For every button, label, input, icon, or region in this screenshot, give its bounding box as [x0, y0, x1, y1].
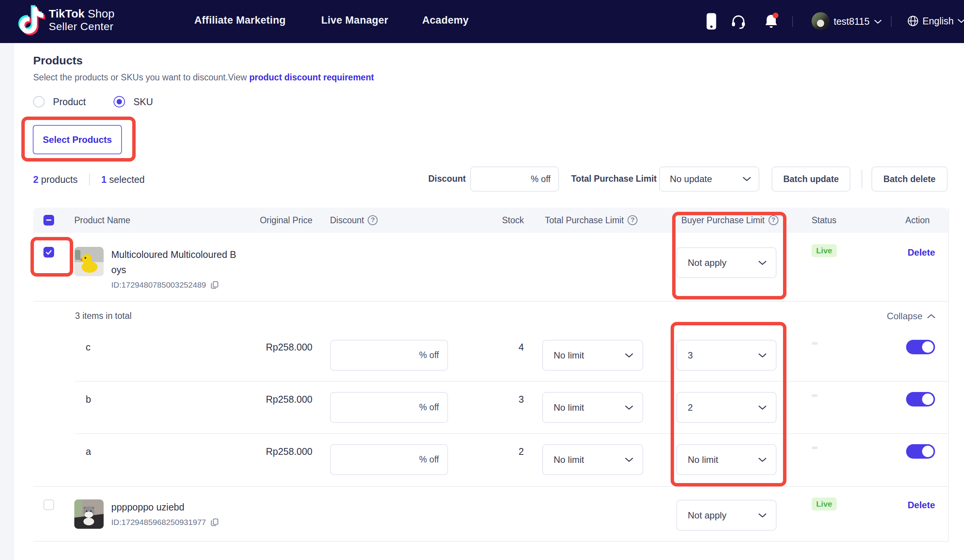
- language-selector[interactable]: English: [907, 15, 964, 27]
- total-purchase-limit-select[interactable]: No update: [659, 166, 759, 192]
- row1-delete-link[interactable]: Delete: [908, 247, 935, 257]
- chevron-down-icon: [758, 405, 767, 410]
- product-id: ID:1729485968250931977: [111, 518, 206, 527]
- page-subtitle: Select the products or SKUs you want to …: [33, 72, 374, 83]
- sku-a-buyer-limit-select[interactable]: No limit: [676, 444, 777, 475]
- nav-live-manager[interactable]: Live Manager: [321, 15, 388, 26]
- product-name: ppppoppo uziebd: [111, 500, 271, 514]
- chevron-down-icon: [758, 457, 767, 462]
- col-total-purchase-limit: Total Purchase Limit: [545, 215, 624, 226]
- col-status: Status: [800, 215, 884, 226]
- sku-row-a: a Rp258.000 % off 2 No limit No limit: [33, 434, 948, 486]
- sku-c-discount-input[interactable]: % off: [330, 340, 448, 371]
- logo-text: TikTok Shop Seller Center: [49, 7, 114, 33]
- sku-b-enabled-toggle[interactable]: [906, 392, 935, 407]
- row2-delete-link[interactable]: Delete: [908, 500, 935, 510]
- items-total-label: 3 items in total: [33, 302, 132, 329]
- radio-product-label[interactable]: Product: [53, 96, 86, 107]
- sku-c-buyer-limit-select[interactable]: 3: [676, 340, 777, 371]
- total-purchase-limit-help-icon[interactable]: ?: [627, 215, 637, 225]
- select-all-checkbox[interactable]: [44, 215, 54, 226]
- notification-badge-dot: [773, 13, 778, 18]
- col-discount: Discount: [330, 215, 364, 226]
- table-row-product-1: Multicoloured Multicoloured Boys ID:1729…: [33, 233, 948, 302]
- sku-name: b: [33, 382, 258, 405]
- chevron-down-icon: [957, 19, 964, 23]
- discount-label: Discount: [428, 174, 466, 184]
- tiktok-note-icon: [20, 6, 44, 34]
- buyer-purchase-limit-help-icon[interactable]: ?: [769, 215, 778, 225]
- mobile-device-icon[interactable]: [703, 13, 720, 30]
- headset-icon[interactable]: [730, 13, 747, 30]
- sku-a-total-limit-select[interactable]: No limit: [542, 444, 643, 475]
- chevron-down-icon: [743, 177, 751, 181]
- chevron-down-icon: [758, 353, 767, 358]
- sku-name: c: [33, 329, 258, 353]
- logo-brand: TikTok: [49, 7, 85, 20]
- status-badge: Live: [812, 498, 837, 511]
- radio-sku-label[interactable]: SKU: [134, 96, 153, 107]
- product-image-duck: [74, 247, 104, 276]
- col-stock: Stock: [469, 215, 528, 226]
- sku-c-total-limit-select[interactable]: No limit: [542, 340, 643, 371]
- nav-academy[interactable]: Academy: [422, 15, 469, 26]
- col-buyer-purchase-limit: Buyer Purchase Limit: [681, 215, 765, 226]
- tiktok-shop-logo[interactable]: TikTok Shop Seller Center: [20, 6, 114, 34]
- total-purchase-limit-label: Total Purchase Limit: [571, 174, 657, 184]
- copy-icon[interactable]: [210, 518, 219, 527]
- col-product-name: Product Name: [74, 215, 258, 226]
- product-discount-requirement-link[interactable]: product discount requirement: [249, 72, 374, 82]
- chevron-down-icon: [758, 260, 767, 265]
- table-header-row: Product Name Original Price Discount? St…: [33, 208, 948, 233]
- collapse-toggle[interactable]: Collapse: [887, 311, 935, 322]
- bell-icon[interactable]: [762, 13, 780, 30]
- chevron-up-icon: [927, 314, 935, 319]
- sku-name: a: [33, 434, 258, 457]
- discount-help-icon[interactable]: ?: [368, 215, 378, 225]
- col-original-price: Original Price: [258, 215, 316, 226]
- copy-icon[interactable]: [210, 280, 219, 290]
- sku-row-c: c Rp258.000 % off 4 No limit 3: [33, 329, 948, 382]
- nav-affiliate-marketing[interactable]: Affiliate Marketing: [194, 15, 286, 26]
- sku-stock: 2: [469, 434, 528, 457]
- chevron-down-icon: [758, 513, 767, 518]
- sku-stock: 3: [469, 382, 528, 405]
- sku-b-discount-input[interactable]: % off: [330, 392, 448, 423]
- select-products-button[interactable]: Select Products: [33, 125, 122, 154]
- sku-a-enabled-toggle[interactable]: [906, 444, 935, 459]
- batch-update-button[interactable]: Batch update: [772, 166, 850, 192]
- col-action: Action: [884, 215, 949, 226]
- sku-original-price: Rp258.000: [258, 382, 316, 405]
- globe-icon: [907, 15, 918, 27]
- sku-row-b: b Rp258.000 % off 3 No limit 2: [33, 382, 948, 434]
- sku-b-buyer-limit-select[interactable]: 2: [676, 392, 777, 423]
- top-navigation-bar: TikTok Shop Seller Center Affiliate Mark…: [0, 0, 964, 43]
- row1-checkbox[interactable]: [44, 247, 54, 257]
- sku-original-price: Rp258.000: [258, 329, 316, 353]
- user-menu[interactable]: test8115: [834, 16, 882, 27]
- radio-product[interactable]: [33, 96, 45, 107]
- row2-checkbox[interactable]: [44, 500, 54, 510]
- product-sku-radio-group: Product SKU: [33, 96, 153, 107]
- status-placeholder-dash: [812, 342, 818, 345]
- row2-buyer-limit-select[interactable]: Not apply: [676, 500, 777, 531]
- sku-section-header: 3 items in total Collapse: [33, 302, 948, 329]
- sku-a-discount-input[interactable]: % off: [330, 444, 448, 475]
- batch-delete-button[interactable]: Batch delete: [871, 166, 948, 192]
- row1-buyer-limit-select[interactable]: Not apply: [676, 247, 777, 278]
- avatar[interactable]: [812, 12, 829, 30]
- chevron-down-icon: [625, 457, 633, 462]
- status-badge: Live: [812, 244, 837, 257]
- page-title: Products: [33, 54, 83, 67]
- chevron-down-icon: [625, 405, 633, 410]
- table-row-product-2: ppppoppo uziebd ID:1729485968250931977 N…: [33, 486, 948, 541]
- sku-c-enabled-toggle[interactable]: [906, 340, 935, 354]
- product-name: Multicoloured Multicoloured Boys: [111, 247, 239, 277]
- radio-sku[interactable]: [114, 96, 125, 107]
- sku-b-total-limit-select[interactable]: No limit: [542, 392, 643, 423]
- chevron-down-icon: [874, 20, 882, 24]
- product-id: ID:1729480785003252489: [111, 280, 206, 290]
- products-table: Product Name Original Price Discount? St…: [33, 208, 949, 542]
- sku-original-price: Rp258.000: [258, 434, 316, 457]
- batch-discount-input[interactable]: % off: [470, 166, 559, 192]
